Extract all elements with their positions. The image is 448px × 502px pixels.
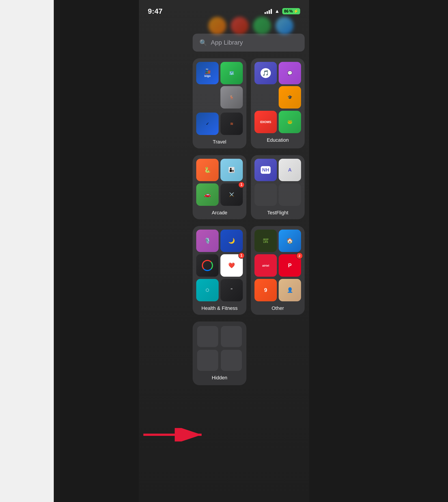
app-grid: 🚂 ixigo 🗺️ 🦌 xyxy=(193,58,305,385)
hidden-grid xyxy=(197,326,242,371)
check-app[interactable]: ✓ xyxy=(196,113,219,135)
app-row-4: Hidden xyxy=(193,321,305,385)
health-label: Health & Fitness xyxy=(201,305,238,311)
education-label: Education xyxy=(267,137,289,143)
hidden-cell-3 xyxy=(197,350,218,371)
curve-app[interactable]: ≋ xyxy=(220,113,243,135)
cartoon-app[interactable]: 👨‍👦 xyxy=(220,159,243,181)
signal-icon xyxy=(265,9,272,14)
blurred-app-2 xyxy=(231,17,249,35)
red-arrow-icon xyxy=(139,428,210,441)
travel-folder-bottom: ✓ ≋ xyxy=(196,113,243,135)
nine-app[interactable]: 9 xyxy=(255,279,277,301)
hidden-folder[interactable]: Hidden xyxy=(193,321,246,385)
grad-app[interactable]: 🎓 xyxy=(279,86,301,109)
blurred-app-1 xyxy=(208,17,226,35)
health-badge: 1 xyxy=(238,252,245,259)
travel-label: Travel xyxy=(213,139,226,145)
search-bar[interactable]: 🔍 App Library xyxy=(193,34,305,51)
hidden-label: Hidden xyxy=(212,375,227,381)
edu-game-app[interactable]: 🐸 xyxy=(279,111,301,133)
app-row-3: 🎙️ 🌙 ❤️ 1 xyxy=(193,226,305,315)
testflight-folder[interactable]: NH A TestFlight xyxy=(251,155,305,219)
education-folder[interactable]: 🎵 💬 🎓 IDIOMS 🐸 xyxy=(251,58,305,149)
podcast-app[interactable]: 🎙️ xyxy=(196,230,219,252)
activity-app[interactable] xyxy=(196,254,219,277)
hidden-cell-2 xyxy=(221,326,242,347)
snake-app[interactable]: 🐍 xyxy=(196,159,219,181)
maps-app[interactable]: 🗺️ xyxy=(220,62,243,84)
status-icons: ▲ 86%⚡ xyxy=(265,8,300,14)
hillclimb-app[interactable]: 🚗 xyxy=(196,184,219,206)
fitbit-app[interactable]: ⬡ xyxy=(196,279,219,301)
testflight-main-app[interactable]: NH xyxy=(255,159,277,181)
other-badge: 2 xyxy=(296,252,303,259)
edu-main-app[interactable]: 🎵 xyxy=(255,62,277,84)
face-app[interactable]: 👤 xyxy=(279,279,301,301)
empty-space xyxy=(251,321,305,385)
health-app[interactable]: ❤️ 1 xyxy=(220,254,243,277)
blurred-app-4 xyxy=(275,17,293,35)
jeeplife-app[interactable]: JEEPLIFE xyxy=(255,230,277,252)
travel-folder-grid: 🚂 ixigo 🗺️ 🦌 xyxy=(196,62,243,110)
testflight-label: TestFlight xyxy=(267,210,288,216)
pinterest-app[interactable]: P 2 xyxy=(279,254,301,277)
battery-indicator: 86%⚡ xyxy=(282,8,300,14)
travel-folder[interactable]: 🚂 ixigo 🗺️ 🦌 xyxy=(193,58,246,149)
hidden-cell-1 xyxy=(197,326,218,347)
arrow-container xyxy=(139,428,217,441)
arcade-label: Arcade xyxy=(212,210,227,216)
battle-badge: 1 xyxy=(238,182,245,188)
chat-app[interactable]: 💬 xyxy=(279,62,301,84)
status-bar: 9:47 ▲ 86%⚡ xyxy=(139,0,309,18)
search-icon: 🔍 xyxy=(199,39,207,46)
airtel-app[interactable]: airtel xyxy=(255,254,277,277)
quotes-app[interactable]: " xyxy=(220,279,243,301)
app-row-2: 🐍 👨‍👦 🚗 ⚔️ 1 Arcade xyxy=(193,155,305,219)
homekit-app[interactable]: 🏠 xyxy=(279,230,301,252)
app-row-1: 🚂 ixigo 🗺️ 🦌 xyxy=(193,58,305,149)
artstudio-app[interactable]: A xyxy=(279,159,301,181)
arcade-folder[interactable]: 🐍 👨‍👦 🚗 ⚔️ 1 Arcade xyxy=(193,155,246,219)
hidden-cell-4 xyxy=(221,350,242,371)
weather-app[interactable]: 🌙 xyxy=(220,230,243,252)
other-folder[interactable]: JEEPLIFE 🏠 airtel P 2 xyxy=(251,226,305,315)
battle-app[interactable]: ⚔️ 1 xyxy=(220,184,243,206)
wifi-icon: ▲ xyxy=(275,8,280,14)
health-folder[interactable]: 🎙️ 🌙 ❤️ 1 xyxy=(193,226,246,315)
status-time: 9:47 xyxy=(148,7,163,16)
ixigo-app[interactable]: 🚂 ixigo xyxy=(196,62,219,84)
other-label: Other xyxy=(272,305,284,311)
deer-app[interactable]: 🦌 xyxy=(220,86,243,109)
blurred-app-3 xyxy=(253,17,271,35)
idioms-app[interactable]: IDIOMS xyxy=(255,111,277,133)
search-placeholder: App Library xyxy=(211,39,243,46)
